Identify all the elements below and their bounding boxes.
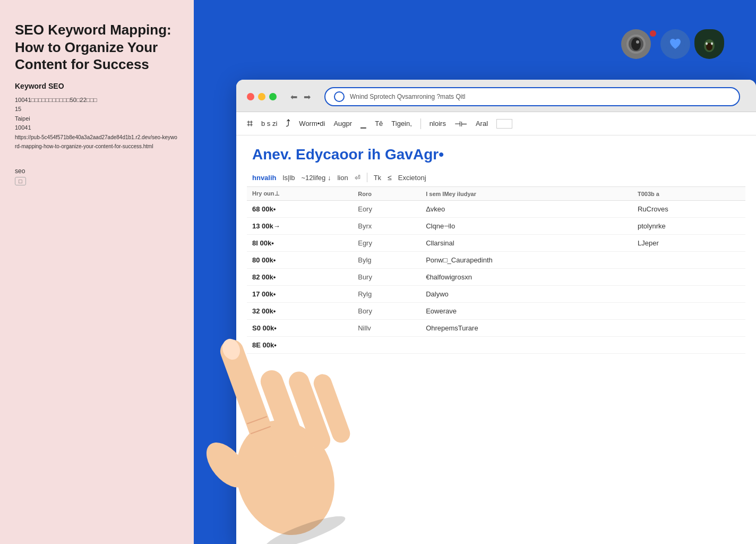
table-cell-2-1: Egry [353,235,420,252]
th-1: Hry oun⊥ [247,187,353,201]
table-cell-6-3 [632,303,745,320]
toolbar-icon-arrow: ⎯ [360,118,366,129]
dt-hnvalih[interactable]: hnvalih [252,174,277,182]
toolbar-icon-bracket: ⊣⊢ [454,120,467,128]
data-table: Hry oun⊥ Roro I sem IMey iludyar T003b a… [247,187,745,354]
nav-arrows: ⬅ ➡ [288,91,313,103]
dt-tk[interactable]: Tk [374,174,381,182]
address-bar[interactable]: Wnind Sprotech Qvsamroning ?mats Qitl [324,87,740,106]
main-area: ⬅ ➡ Wnind Sprotech Qvsamroning ?mats Qit… [194,0,756,544]
dt-icon-tilt: ≤ [388,173,392,182]
toolbar-to[interactable]: Tigein, [391,120,412,128]
toolbar-worn-ji[interactable]: Worm•di [299,120,325,128]
table-cell-7-0: S0 00k• [247,320,353,337]
table-cell-6-0: 32 00k• [247,303,353,320]
icon-dot [650,30,656,37]
eye-icon [625,33,647,55]
table-cell-5-0: 17 00k• [247,286,353,303]
dt-lslb[interactable]: ls|lb [283,174,295,182]
table-header-row: Hry oun⊥ Roro I sem IMey iludyar T003b a [247,187,745,201]
toolbar-item-1[interactable]: b s zi [261,120,277,128]
table-cell-2-0: 8l 00k• [247,235,353,252]
back-button[interactable]: ⬅ [288,91,299,103]
table-cell-3-3 [632,252,745,269]
table-cell-0-2: Δvkeo [420,201,632,218]
table-cell-4-2: €halfowigrosxn [420,269,632,286]
table-cell-4-0: 82 00k• [247,269,353,286]
table-cell-7-1: Nillv [353,320,420,337]
avocado-icon [698,31,721,57]
table-row: 68 00k•EoryΔvkeoRuCroves [247,201,745,218]
toolbar-augpr[interactable]: Augpr [333,120,352,128]
table-cell-2-2: Cllarsinal [420,235,632,252]
table-cell-1-1: Byrx [353,218,420,235]
sidebar-title: SEO Keyword Mapping: How to Organize You… [15,21,179,73]
th-3: I sem IMey iludyar [420,187,632,201]
icon-eye[interactable] [621,29,651,59]
toolbar-icon-2: ⤴ [286,118,290,129]
table-cell-3-1: Bylg [353,252,420,269]
table-cell-8-2 [420,337,632,354]
table-row: S0 00k•NillvOhrepemsTurare [247,320,745,337]
dt-divider [367,173,367,182]
table-cell-5-3 [632,286,745,303]
svg-point-9 [711,42,713,45]
table-cell-8-3 [632,337,745,354]
table-row: 8E 00k• [247,337,745,354]
table-cell-1-0: 13 00k→ [247,218,353,235]
svg-point-8 [706,42,708,45]
table-cell-5-2: Dalywo [420,286,632,303]
forward-button[interactable]: ➡ [302,91,313,103]
th-2: Roro [353,187,420,201]
table-cell-8-1 [353,337,420,354]
table-cell-6-2: Eowerave [420,303,632,320]
browser-content: ⌗ b s zi ⤴ Worm•di Augpr ⎯ Tē Tigein, nl… [236,112,756,544]
dt-return[interactable]: ⏎ [355,174,360,182]
table-cell-8-0: 8E 00k• [247,337,353,354]
toolbar-aral[interactable]: Aral [476,120,488,128]
dt-excietonj[interactable]: Excietonj [398,174,426,182]
browser-chrome: ⬅ ➡ Wnind Sprotech Qvsamroning ?mats Qit… [236,80,756,112]
table-cell-1-3: ptolynrke [632,218,745,235]
icon-heart[interactable] [660,29,690,59]
th-4: T003b a [632,187,745,201]
table-cell-3-2: Ponw□_Caurapedinth [420,252,632,269]
svg-point-3 [636,40,639,44]
close-button[interactable] [247,93,254,100]
browser-toolbar: ⌗ b s zi ⤴ Worm•di Augpr ⎯ Tē Tigein, nl… [236,112,756,135]
data-section: hnvalih ls|lb ~12lifeg ↓ lion ⏎ Tk ≤ Exc… [236,168,756,354]
page-header: Anev. Edycaoor ih GavAgr• [236,135,756,168]
table-cell-0-1: Eory [353,201,420,218]
table-cell-0-0: 68 00k• [247,201,353,218]
table-cell-4-3 [632,269,745,286]
sidebar: SEO Keyword Mapping: How to Organize You… [0,0,194,544]
traffic-lights [247,93,277,100]
dt-lion[interactable]: lion [337,174,348,182]
toolbar-box [496,119,512,129]
table-row: 82 00k•Bury€halfowigrosxn [247,269,745,286]
toolbar-divider [420,118,421,129]
browser-window: ⬅ ➡ Wnind Sprotech Qvsamroning ?mats Qit… [236,80,756,544]
table-cell-7-2: OhrepemsTurare [420,320,632,337]
dt-12lifeg[interactable]: ~12lifeg ↓ [301,174,331,182]
minimize-button[interactable] [258,93,265,100]
table-cell-3-0: 80 00k• [247,252,353,269]
icon-avocado[interactable] [694,29,724,59]
table-cell-5-1: Rylg [353,286,420,303]
sidebar-subtitle: Keyword SEO [15,82,179,90]
sidebar-meta: 10041□□□□□□□□□□□50□22□□□ 15 Taipei 10041… [15,96,179,152]
table-row: 80 00k•BylgPonw□_Caurapedinth [247,252,745,269]
table-cell-1-2: Clqne⊣lo [420,218,632,235]
toolbar-nloirs[interactable]: nloirs [429,120,446,128]
svg-point-2 [631,38,641,50]
table-cell-6-1: Bory [353,303,420,320]
heart-icon [666,35,685,54]
table-row: 17 00k•RylgDalywo [247,286,745,303]
maximize-button[interactable] [269,93,277,100]
toolbar-te[interactable]: Tē [375,120,383,128]
table-cell-0-3: RuCroves [632,201,745,218]
sidebar-tag: seo □ [15,167,179,185]
app-icons [621,29,724,59]
table-row: 32 00k•BoryEowerave [247,303,745,320]
table-cell-4-1: Bury [353,269,420,286]
